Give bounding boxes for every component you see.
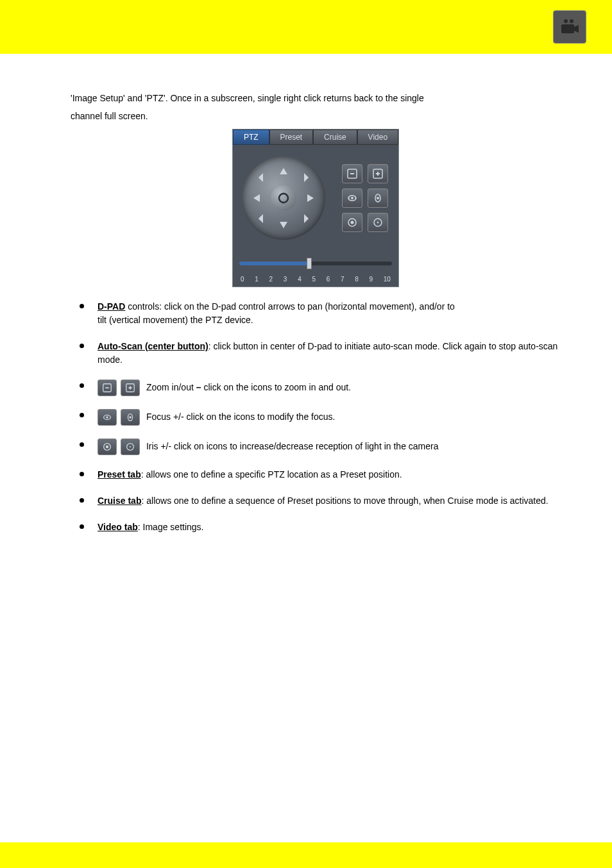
slider-thumb[interactable] [307,258,312,269]
bullet-dpad-head: D-PAD [98,301,125,312]
camera-icon [553,10,586,44]
autoscan-button[interactable] [271,185,296,211]
svg-point-28 [106,416,108,419]
svg-point-1 [570,19,574,23]
tick-0: 0 [241,276,244,283]
tick-6: 6 [327,276,330,283]
page-header [0,0,612,54]
bullet-zoom: Zoom in/out – click on the icons to zoom… [71,380,561,396]
svg-point-13 [351,197,353,199]
bullet-iris: Iris +/- click on icons to increase/decr… [71,438,561,455]
zoom-focus-iris-grid [342,164,388,232]
tab-cruise[interactable]: Cruise [313,129,357,145]
bullet-preset: Preset tab: allows one to define a speci… [71,468,561,481]
tick-10: 10 [384,276,391,283]
ptz-tabs: PTZ Preset Cruise Video [233,129,398,145]
tab-preset[interactable]: Preset [269,129,314,145]
svg-rect-8 [350,173,354,174]
svg-point-19 [351,221,354,224]
bullet-preset-body: : allows one to define a specific PTZ lo… [141,469,402,480]
svg-point-4 [279,194,288,203]
tick-8: 8 [355,276,359,283]
svg-rect-26 [130,387,131,390]
svg-point-14 [348,197,350,199]
iris-minus-button[interactable] [342,213,362,232]
bullet-video-head: Video tab [98,522,138,532]
focus-plus-button[interactable] [368,188,388,208]
tick-9: 9 [370,276,373,283]
page-footer [0,842,612,868]
slider-fill [239,262,309,265]
tick-5: 5 [312,276,316,283]
svg-rect-2 [561,24,574,33]
dpad [242,156,325,240]
iris-minus-icon [98,438,117,455]
bullet-video: Video tab: Image settings. [71,521,561,534]
bullet-preset-head: Preset tab [98,469,141,480]
tick-1: 1 [255,276,259,283]
svg-point-21 [377,222,378,223]
zoom-out-icon [98,380,117,396]
dpad-right[interactable] [307,194,314,202]
bullet-zoom-label: Zoom in/out [146,382,196,392]
dpad-left[interactable] [253,194,260,202]
focus-minus-icon [98,409,117,426]
svg-point-32 [106,446,108,448]
bullet-cruise: Cruise tab: allows one to define a seque… [71,494,561,508]
iris-plus-icon [121,438,140,455]
bullet-focus: Focus +/- click on the icons to modify t… [71,409,561,426]
bullet-zoom-body: click on the icons to zoom in and out. [201,382,351,392]
zoom-in-button[interactable] [368,164,388,183]
feature-list: D-PAD controls: click on the D-pad contr… [71,300,561,534]
svg-point-30 [129,416,132,419]
bullet-dpad-body1: controls: click on the D-pad control arr… [125,301,455,312]
tab-ptz[interactable]: PTZ [233,129,269,145]
svg-rect-11 [377,172,378,176]
zoom-in-icon [121,380,140,396]
svg-rect-23 [105,387,108,388]
svg-marker-3 [574,25,579,33]
bullet-autoscan: Auto-Scan (center button): click button … [71,340,561,367]
svg-point-34 [130,446,131,447]
tick-4: 4 [298,276,302,283]
iris-plus-button[interactable] [368,213,388,232]
bullet-focus-label: Focus +/- click on the icons to modify t… [146,412,336,422]
speed-slider[interactable] [239,258,392,276]
intro-line-2: channel full screen. [71,110,561,123]
ptz-body [233,145,398,254]
tab-video[interactable]: Video [357,129,398,145]
focus-minus-button[interactable] [342,188,362,208]
bullet-video-body: : Image settings. [138,522,204,532]
bullet-autoscan-head: Auto-Scan (center button) [98,341,208,351]
tick-2: 2 [269,276,273,283]
bullet-zoom-dash: – [196,382,201,392]
svg-point-15 [355,197,356,199]
tick-7: 7 [341,276,344,283]
page-content: 'Image Setup' and 'PTZ'. Once in a subsc… [0,54,612,585]
intro-line-1: 'Image Setup' and 'PTZ'. Once in a subsc… [71,92,561,105]
bullet-dpad-body2: tilt (vertical movement) the PTZ device. [98,315,253,325]
bullet-cruise-head: Cruise tab [98,496,141,506]
focus-plus-icon [121,409,140,426]
dpad-down[interactable] [280,222,287,228]
bullet-dpad: D-PAD controls: click on the D-pad contr… [71,300,561,327]
dpad-up[interactable] [280,168,287,174]
svg-point-0 [564,19,568,23]
zoom-out-button[interactable] [342,164,362,183]
ptz-panel: PTZ Preset Cruise Video [232,129,399,287]
slider-ticks: 0 1 2 3 4 5 6 7 8 9 10 [239,276,392,283]
bullet-cruise-body: : allows one to define a sequence of Pre… [141,496,548,506]
svg-point-17 [377,197,379,199]
tick-3: 3 [284,276,287,283]
bullet-iris-label: Iris +/- click on icons to increase/decr… [146,441,439,451]
